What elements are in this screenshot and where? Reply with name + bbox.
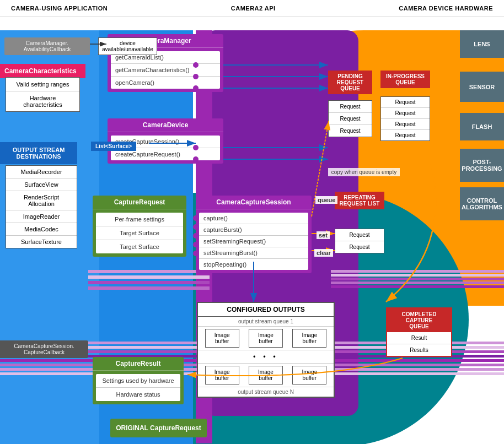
renderscript-allocation: RenderScriptAllocation [6, 191, 77, 210]
list-surface: List<Surface> [91, 142, 136, 151]
set-label: set [317, 231, 330, 239]
device-available-label: device available/unavailable [98, 37, 157, 55]
get-camera-characteristics: getCameraCharacteristics() [111, 64, 220, 77]
header-col3: CAMERA DEVICE HARDWARE [399, 5, 493, 12]
stop-repeating-method: stopRepeating() [199, 259, 308, 270]
dots: • • • [198, 350, 334, 363]
hardware-status: Hardware status [96, 388, 180, 401]
camera-device-box: CameraDevice createCaptureSession() crea… [108, 118, 223, 164]
dot-set-streaming [193, 233, 199, 239]
output-stream-panel: MediaRecorder SurfaceView RenderScriptAl… [6, 165, 77, 248]
img-buf-nb: Image buffer [249, 366, 283, 385]
completed-queue-box: COMPLETED CAPTURE QUEUE Result Results [386, 307, 452, 357]
repeating-req-2: Request [335, 241, 384, 253]
capture-result-box: CaptureResult Settings used by hardware … [93, 357, 184, 404]
set-streaming-burst-method: setStreamingBurst() [199, 247, 308, 259]
configured-outputs-box: CONFIGURED OUTPUTS output stream queue 1… [197, 302, 335, 398]
in-progress-queue-header: IN-PROGRESS QUEUE [380, 71, 430, 88]
capture-request-box: CaptureRequest Per-frame settings Target… [93, 196, 186, 257]
dot-set-burst [193, 242, 199, 247]
dot-open-camera [193, 85, 199, 91]
img-buf-1a: Image buffer [205, 329, 239, 348]
camera-characteristics-panel: Valid setting ranges Hardware characteri… [6, 77, 80, 112]
pending-req-2: Request [329, 113, 372, 125]
target-surface-1: Target Surface [96, 226, 183, 240]
media-recorder: MediaRecorder [6, 166, 77, 178]
pending-req-1: Request [329, 101, 372, 113]
dot-get-camera-char [193, 74, 199, 79]
dot-capture-burst [193, 224, 199, 230]
capture-burst-method: captureBurst() [199, 224, 308, 236]
capture-result-title: CaptureResult [93, 357, 184, 371]
image-reader: ImageReader [6, 210, 77, 223]
dot-create-session [193, 145, 199, 150]
capture-method: capture() [199, 213, 308, 224]
output-queue-1-label: output stream queue 1 [198, 317, 334, 327]
dot-get-camera-id [193, 62, 199, 68]
camera-device-title: CameraDevice [108, 118, 223, 132]
configured-outputs-title: CONFIGURED OUTPUTS [198, 303, 334, 317]
flash-label: FLASH [460, 113, 504, 140]
results-item: Results [387, 344, 451, 356]
copy-label: copy when queue is empty [328, 168, 400, 176]
media-codec: MediaCodec [6, 223, 77, 236]
original-capture-request-title: ORIGINAL CaptureRequest [116, 424, 201, 432]
output-queue-n-label: output stream queue N [198, 387, 334, 397]
open-camera: openCamera() [111, 77, 220, 89]
pending-req-3: Request [329, 125, 372, 137]
pending-queue-header: PENDING REQUEST QUEUE [328, 71, 372, 94]
capture-session-callback: CameraCaptureSession. CaptureCallback [0, 340, 88, 358]
header-col1: CAMERA-USING APPLICATION [11, 5, 108, 12]
settings-used: Settings used by hardware [96, 374, 180, 388]
post-processing-label: POST- PROCESSING [460, 149, 504, 182]
valid-setting-ranges: Valid setting ranges [6, 78, 79, 91]
result-item: Result [387, 332, 451, 344]
camera-capture-session-title: CameraCaptureSession [196, 196, 312, 209]
output-stream-header: OUTPUT STREAM DESTINATIONS [0, 142, 77, 164]
queue-label: queue [315, 196, 337, 204]
in-progress-req-4: Request [381, 130, 430, 140]
img-buf-1c: Image buffer [292, 329, 326, 348]
dot-create-request [193, 156, 199, 162]
camera-characteristics-label: CameraCharacteristics [0, 64, 85, 78]
availability-callback: CameraManager. AvailabilityCallback [4, 37, 90, 55]
per-frame-settings: Per-frame settings [96, 213, 183, 226]
capture-request-title: CaptureRequest [93, 196, 186, 209]
dot-capture [193, 215, 199, 221]
in-progress-queue-panel: Request Request Request Request [380, 96, 430, 141]
repeating-list-header: REPEATING REQUEST LIST [335, 192, 384, 209]
control-algorithms-label: CONTROL ALGORITHMS [460, 187, 504, 220]
sensor-label: SENSOR [460, 72, 504, 102]
hardware-characteristics: Hardware characteristics [6, 91, 79, 111]
img-buf-na: Image buffer [205, 366, 239, 385]
repeating-req-1: Request [335, 229, 384, 241]
camera-capture-session-box: CameraCaptureSession capture() captureBu… [196, 196, 312, 273]
surface-view: SurfaceView [6, 178, 77, 191]
repeating-list-panel: Request Request [335, 229, 384, 253]
set-streaming-request-method: setStreamingRequest() [199, 236, 308, 247]
header-col2: CAMERA2 API [231, 5, 276, 12]
pending-queue-panel: Request Request Request [328, 100, 372, 137]
original-capture-request-box: ORIGINAL CaptureRequest [110, 419, 207, 437]
surface-texture: SurfaceTexture [6, 236, 77, 248]
clear-label: clear [314, 249, 333, 257]
completed-queue-title: COMPLETED CAPTURE QUEUE [387, 308, 451, 332]
dot-stop-repeating [193, 251, 199, 256]
in-progress-req-2: Request [381, 108, 430, 119]
in-progress-req-1: Request [381, 97, 430, 108]
lens-label: LENS [460, 30, 504, 58]
img-buf-1b: Image buffer [249, 329, 283, 348]
img-buf-nc: Image buffer [292, 366, 326, 385]
target-surface-2: Target Surface [96, 240, 183, 253]
in-progress-req-3: Request [381, 119, 430, 130]
